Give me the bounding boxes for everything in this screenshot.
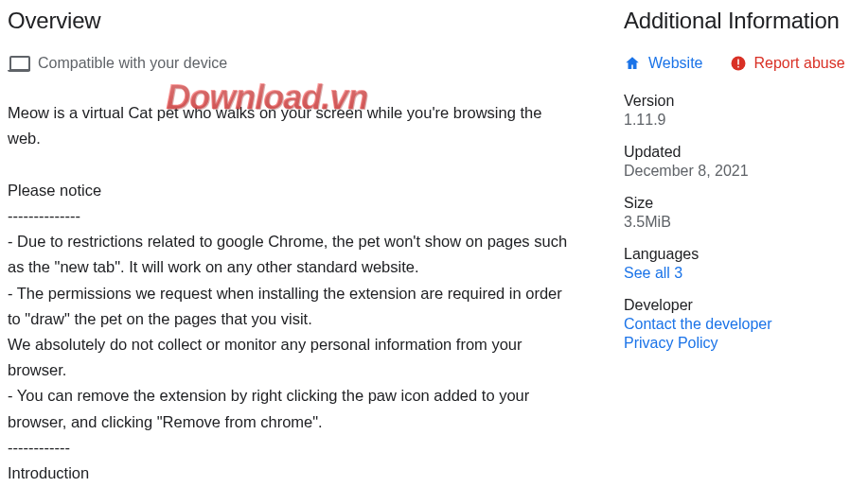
svg-rect-2 bbox=[737, 66, 739, 68]
alert-icon bbox=[730, 55, 747, 72]
updated-label: Updated bbox=[624, 144, 851, 161]
updated-block: Updated December 8, 2021 bbox=[624, 144, 851, 180]
version-label: Version bbox=[624, 93, 851, 110]
description-text: Meow is a virtual Cat pet who walks on y… bbox=[8, 100, 576, 487]
laptop-icon bbox=[8, 56, 28, 71]
version-block: Version 1.11.9 bbox=[624, 93, 851, 129]
website-link[interactable]: Website bbox=[624, 55, 703, 72]
developer-block: Developer Contact the developer Privacy … bbox=[624, 297, 851, 352]
home-icon bbox=[624, 55, 641, 72]
compat-row: Compatible with your device bbox=[8, 55, 576, 72]
languages-link[interactable]: See all 3 bbox=[624, 265, 851, 282]
updated-value: December 8, 2021 bbox=[624, 163, 851, 180]
website-label: Website bbox=[648, 55, 703, 72]
size-label: Size bbox=[624, 195, 851, 212]
developer-label: Developer bbox=[624, 297, 851, 314]
size-value: 3.5MiB bbox=[624, 214, 851, 231]
additional-info-title: Additional Information bbox=[624, 8, 851, 34]
report-abuse-label: Report abuse bbox=[754, 55, 845, 72]
languages-block: Languages See all 3 bbox=[624, 246, 851, 282]
size-block: Size 3.5MiB bbox=[624, 195, 851, 231]
report-abuse-link[interactable]: Report abuse bbox=[730, 55, 845, 72]
languages-label: Languages bbox=[624, 246, 851, 263]
overview-title: Overview bbox=[8, 8, 576, 34]
compat-label: Compatible with your device bbox=[38, 55, 227, 72]
developer-contact-link[interactable]: Contact the developer bbox=[624, 316, 851, 333]
version-value: 1.11.9 bbox=[624, 112, 851, 129]
svg-rect-1 bbox=[737, 60, 739, 65]
developer-privacy-link[interactable]: Privacy Policy bbox=[624, 335, 851, 352]
